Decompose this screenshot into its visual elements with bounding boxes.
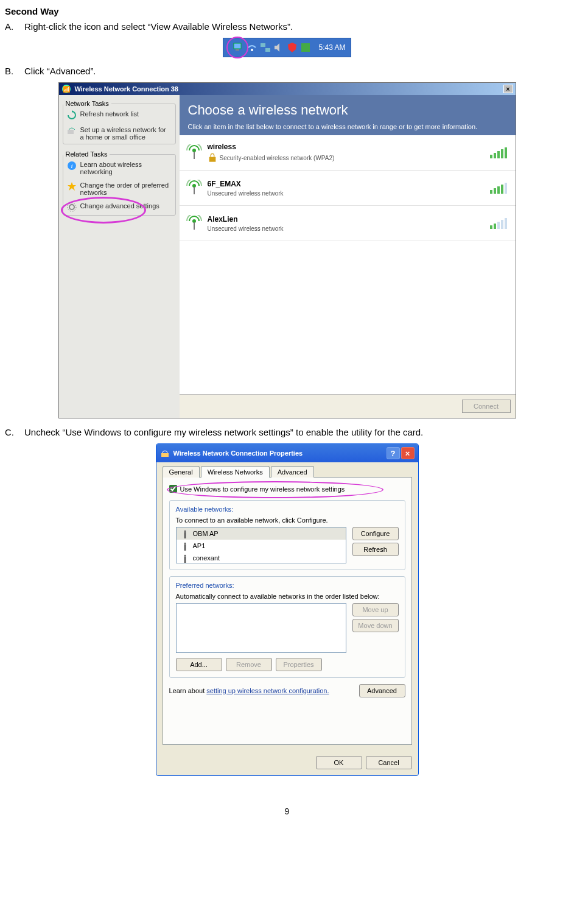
task-change-advanced[interactable]: Change advanced settings: [63, 199, 175, 215]
step-c-text: Uncheck “Use Windows to configure my wir…: [24, 427, 423, 437]
figure-systray: 5:43 AM: [5, 38, 569, 57]
properties-titlebar: Wireless Network Connection Properties ?…: [156, 444, 418, 462]
svg-rect-10: [68, 130, 74, 134]
preferred-subtitle: Automatically connect to available netwo…: [176, 593, 399, 600]
step-c-letter: C.: [5, 427, 16, 437]
task-learn-wireless[interactable]: i Learn about wireless networking: [63, 158, 175, 178]
list-item[interactable]: OBM AP: [177, 527, 346, 540]
svg-rect-20: [494, 153, 496, 158]
related-tasks-group: Related Tasks i Learn about wireless net…: [63, 150, 176, 216]
network-icon: [260, 42, 271, 53]
volume-icon: [273, 42, 284, 53]
properties-title: Wireless Network Connection Properties: [173, 450, 303, 457]
page-number: 9: [5, 806, 569, 816]
refresh-button[interactable]: Refresh: [352, 543, 399, 556]
available-subtitle: To connect to an available network, clic…: [176, 517, 399, 524]
close-button[interactable]: ×: [401, 447, 415, 459]
tab-advanced[interactable]: Advanced: [271, 466, 314, 478]
antenna-icon: [186, 215, 203, 232]
network-name: AlexLien: [208, 215, 485, 224]
svg-rect-23: [505, 147, 507, 158]
wireless-connection-window: 📶 Wireless Network Connection 38 × Netwo…: [58, 82, 516, 418]
task-setup-wireless[interactable]: Set up a wireless network for a home or …: [63, 123, 175, 144]
svg-rect-18: [209, 157, 215, 162]
svg-rect-41: [184, 544, 186, 551]
svg-rect-19: [490, 155, 492, 158]
svg-marker-5: [275, 43, 279, 52]
list-item[interactable]: conexant: [177, 552, 346, 563]
tabs-row: General Wireless Networks Advanced: [163, 466, 412, 478]
close-button[interactable]: ×: [503, 85, 513, 93]
tab-general[interactable]: General: [163, 466, 200, 478]
left-task-pane: Network Tasks Refresh network list Set u…: [59, 95, 180, 418]
add-button[interactable]: Add...: [176, 658, 222, 671]
signal-icon: [490, 183, 509, 194]
properties-button[interactable]: Properties: [276, 658, 322, 671]
movedown-button[interactable]: Move down: [352, 619, 399, 632]
svg-rect-37: [505, 218, 507, 229]
available-item-label: conexant: [193, 554, 220, 562]
banner-title: Choose a wireless network: [188, 102, 507, 118]
svg-marker-13: [68, 182, 76, 191]
task-refresh-network-list[interactable]: Refresh network list: [63, 107, 175, 123]
tab-wireless-networks[interactable]: Wireless Networks: [201, 466, 270, 478]
svg-rect-17: [194, 152, 195, 159]
help-button[interactable]: ?: [387, 447, 400, 459]
list-item[interactable]: AP1: [177, 540, 346, 552]
learn-text: Learn about setting up wireless network …: [169, 687, 347, 694]
tab-panel: Use Windows to configure my wireless net…: [163, 477, 412, 745]
task-setup-label: Set up a wireless network for a home or …: [80, 126, 172, 141]
remove-button[interactable]: Remove: [226, 658, 272, 671]
svg-rect-25: [194, 187, 195, 194]
window-title: Wireless Network Connection 38: [75, 85, 178, 93]
connect-button[interactable]: Connect: [462, 400, 511, 413]
banner-subtitle: Click an item in the list below to conne…: [188, 123, 507, 130]
svg-point-2: [251, 49, 253, 51]
antenna-icon: [186, 180, 203, 197]
antenna-icon: [180, 553, 190, 563]
antenna-icon: [180, 529, 190, 538]
lock-icon: [208, 153, 217, 163]
task-change-order[interactable]: Change the order of preferred networks: [63, 178, 175, 199]
ok-button[interactable]: OK: [316, 756, 362, 769]
related-tasks-legend: Related Tasks: [63, 150, 110, 158]
svg-rect-27: [494, 188, 496, 194]
svg-rect-39: [184, 532, 186, 538]
preferred-listbox[interactable]: [176, 603, 346, 653]
svg-rect-34: [494, 224, 496, 229]
signal-icon: [490, 218, 509, 229]
signal-icon: [490, 147, 509, 158]
use-windows-checkbox-row[interactable]: Use Windows to configure my wireless net…: [169, 484, 405, 494]
figure-properties-dialog: Wireless Network Connection Properties ?…: [5, 443, 569, 776]
antenna-icon: [180, 541, 190, 551]
network-item[interactable]: AlexLien Unsecured wireless network: [180, 206, 516, 241]
configure-button[interactable]: Configure: [352, 527, 399, 540]
svg-text:i: i: [71, 162, 72, 169]
moveup-button[interactable]: Move up: [352, 603, 399, 616]
svg-rect-6: [301, 43, 310, 52]
network-name: 6F_EMAX: [208, 180, 485, 188]
svg-rect-36: [501, 220, 503, 229]
choose-network-banner: Choose a wireless network Click an item …: [180, 95, 516, 135]
available-legend: Available networks:: [176, 506, 399, 513]
svg-rect-28: [497, 186, 500, 194]
svg-rect-38: [161, 453, 169, 457]
step-b-text: Click “Advanced”.: [24, 66, 96, 76]
network-item[interactable]: 6F_EMAX Unsecured wireless network: [180, 171, 516, 206]
star-icon: [67, 182, 77, 191]
cancel-button[interactable]: Cancel: [366, 756, 412, 769]
step-b-letter: B.: [5, 66, 16, 76]
clock-time: 5:43 AM: [318, 43, 345, 52]
preferred-networks-group: Preferred networks: Automatically connec…: [169, 576, 405, 678]
svg-rect-30: [505, 183, 507, 194]
advanced-button[interactable]: Advanced: [359, 684, 405, 697]
learn-link[interactable]: setting up wireless network configuratio…: [206, 687, 329, 694]
task-refresh-label: Refresh network list: [80, 110, 139, 118]
preferred-legend: Preferred networks:: [176, 582, 399, 589]
svg-rect-33: [490, 225, 492, 229]
svg-point-14: [69, 205, 74, 210]
use-windows-checkbox[interactable]: [169, 485, 177, 493]
network-item[interactable]: wireless Security-enabled wireless netwo…: [180, 135, 516, 171]
available-listbox[interactable]: OBM AP AP1 conexant: [176, 527, 346, 563]
shield-icon: [287, 42, 298, 53]
